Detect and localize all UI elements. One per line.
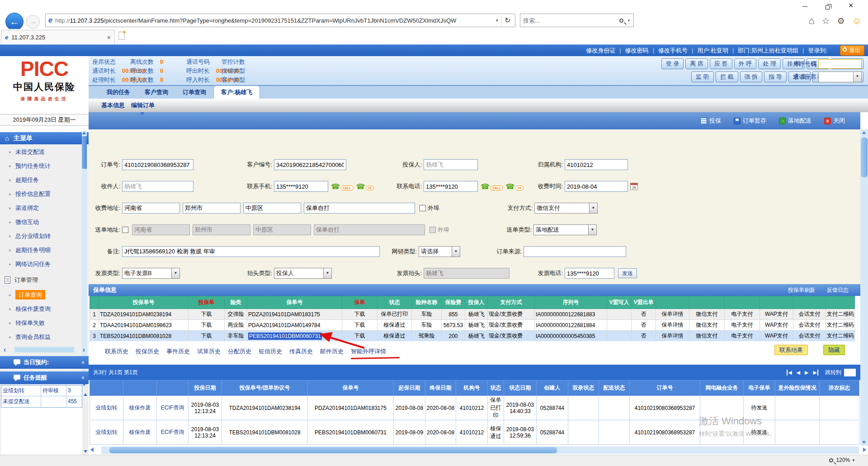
history-tab[interactable]: 短信历史 xyxy=(259,347,282,356)
refresh-application-link[interactable]: 投保单刷新 xyxy=(788,286,815,294)
pay-method-select[interactable]: 微信支付▼ xyxy=(534,203,598,214)
tab-basic-info[interactable]: 基本信息 xyxy=(101,101,125,109)
title-type-select[interactable]: 投保人▼ xyxy=(274,268,332,279)
wechat-pay-link[interactable]: 微信支付 xyxy=(689,320,725,331)
cti-button[interactable]: 外 呼 xyxy=(734,58,757,69)
scrollbar-thumb[interactable] xyxy=(82,136,87,169)
sidebar-menu-item[interactable]: 报价信息配置 xyxy=(0,187,89,201)
cti-button[interactable]: 指 导 xyxy=(764,71,787,82)
ecif-query-link[interactable]: ECIF查询 xyxy=(157,420,189,445)
call-plus-phone-icon[interactable]: ☎ xyxy=(356,183,365,190)
policy-no-cell[interactable]: PEBS20194101DBM0060731 xyxy=(247,331,342,342)
sidebar-horizontal-scrollbar[interactable]: ‹ › xyxy=(0,346,89,354)
save-draft-button[interactable]: 订单暂存 xyxy=(734,117,766,125)
charge-time-input[interactable] xyxy=(565,181,628,192)
charge-city-input[interactable] xyxy=(183,203,241,214)
feedback-log-link[interactable]: 反馈日志 xyxy=(827,286,849,294)
sidebar-menu-item[interactable]: 微信互动 xyxy=(0,215,89,229)
tab-close-icon[interactable]: × xyxy=(107,34,111,41)
wechat-pay-link[interactable]: 微信支付 xyxy=(689,331,725,342)
tab-edit-order[interactable]: 编辑订单 xyxy=(131,101,155,109)
prev-page-icon[interactable]: ◀ xyxy=(797,370,800,376)
call-phone-icon[interactable]: ☎ xyxy=(331,183,340,190)
scroll-up-icon[interactable] xyxy=(82,132,86,134)
plus-badge[interactable]: +0 xyxy=(515,185,524,190)
wap-pay-link[interactable]: WAP支付 xyxy=(760,320,793,331)
cti-button[interactable]: 登 录 xyxy=(661,58,684,69)
wap-pay-link[interactable]: WAP支付 xyxy=(760,331,793,342)
url-dropdown-caret-icon[interactable]: ▼ xyxy=(495,19,499,23)
remark-input[interactable] xyxy=(122,246,380,257)
search-box[interactable]: ▼ xyxy=(520,14,634,27)
e-pay-link[interactable]: 电子支付 xyxy=(725,320,760,331)
contact-result-button[interactable]: 联系结果 xyxy=(774,345,808,355)
policy-detail-link[interactable]: 保单详情 xyxy=(656,309,689,320)
history-tab[interactable]: 试算历史 xyxy=(197,347,221,356)
sidebar-menu-item[interactable]: 网络访问任务 xyxy=(0,257,89,271)
browser-tab[interactable]: e 11.207.3.225 × xyxy=(1,30,115,44)
main-menu-header[interactable]: ⌂主菜单 xyxy=(0,132,89,144)
workspace-tab[interactable]: 客户:杨雄飞 xyxy=(213,86,260,99)
task-row[interactable]: 业绩划转 待审核 3 xyxy=(1,385,82,396)
history-tab[interactable]: 传真历史 xyxy=(289,347,313,356)
scrollbar-thumb[interactable] xyxy=(109,447,557,453)
perf-transfer-link[interactable]: 业绩划转 xyxy=(90,420,123,445)
ecif-query-link[interactable]: ECIF查询 xyxy=(157,396,189,420)
task-panel-scrollbar[interactable] xyxy=(83,393,89,453)
task-row[interactable]: 未提交配送 455 xyxy=(1,396,82,407)
deliver-out-of-town-checkbox[interactable] xyxy=(429,227,436,233)
recipient-input[interactable] xyxy=(122,181,193,192)
wap-pay-link[interactable]: WAP支付 xyxy=(760,309,793,320)
scroll-right-icon[interactable]: › xyxy=(83,346,85,354)
applicant-input[interactable] xyxy=(424,159,478,170)
wechat-pay-link[interactable]: 微信支付 xyxy=(689,309,725,320)
download-policy-link[interactable]: 下载 xyxy=(342,320,377,331)
order-source-input[interactable] xyxy=(524,246,626,257)
first-page-icon[interactable]: ◀ xyxy=(787,370,792,376)
order-no-input[interactable] xyxy=(122,159,193,170)
net-type-select[interactable]: 请选择▼ xyxy=(419,246,460,257)
pay-qrcode-link[interactable]: 支付二维码 xyxy=(826,331,855,342)
last-page-icon[interactable]: ▶ xyxy=(813,370,818,376)
download-policy-link[interactable]: 下载 xyxy=(342,309,377,320)
policy-no-cell[interactable]: PDAA20194101DAM0149784 xyxy=(247,320,342,331)
history-tab[interactable]: 事件历史 xyxy=(166,347,190,356)
scroll-right-icon[interactable] xyxy=(863,447,866,453)
send-invoice-button[interactable]: 发送 xyxy=(618,268,637,278)
scroll-left-icon[interactable] xyxy=(90,447,94,453)
scrollbar-track[interactable] xyxy=(14,347,74,352)
sidebar-menu-item[interactable]: 核保作废查询 xyxy=(0,302,89,316)
customer-no-input[interactable] xyxy=(274,159,346,170)
workspace-tab[interactable]: 客户查询 xyxy=(137,86,175,99)
policy-detail-link[interactable]: 保单详情 xyxy=(656,320,689,331)
download-application-link[interactable]: 下载 xyxy=(189,320,225,331)
horizontal-scrollbar[interactable] xyxy=(101,447,859,454)
session-pay-link[interactable]: 会话支付 xyxy=(793,309,826,320)
forward-button[interactable]: → xyxy=(26,15,40,29)
vertical-scrollbar[interactable] xyxy=(860,129,868,446)
sidebar-menu-item[interactable]: 超期任务 xyxy=(0,173,89,187)
deliver-city-input[interactable] xyxy=(193,224,250,235)
sidebar-menu-item[interactable]: 未提交配送 xyxy=(0,145,89,159)
settings-gear-icon[interactable]: ⚙ xyxy=(837,16,845,26)
outcall-number-input[interactable] xyxy=(818,59,862,69)
call-phone-icon[interactable]: ☎ xyxy=(481,183,490,190)
deliver-province-input[interactable] xyxy=(132,224,190,235)
scroll-up-icon[interactable] xyxy=(84,393,87,396)
e-pay-link[interactable]: 电子支付 xyxy=(725,331,760,342)
call-badge[interactable]: CALL xyxy=(490,185,503,190)
task-reminder-panel[interactable]: 任务提醒« xyxy=(0,371,89,384)
history-tab[interactable]: 分配历史 xyxy=(228,347,251,356)
invoice-title-input[interactable] xyxy=(424,268,509,279)
call-seat-select[interactable]: ▼ xyxy=(818,71,862,82)
pay-qrcode-link[interactable]: 支付二维码 xyxy=(826,309,855,320)
download-application-link[interactable]: 下载 xyxy=(189,309,225,320)
address-bar[interactable]: e http://11.207.3.225/picctscenter/MainF… xyxy=(45,14,515,27)
panel-toggle-icon[interactable]: « xyxy=(77,361,89,364)
charge-province-input[interactable] xyxy=(122,203,180,214)
workspace-tab[interactable]: 我的任务 xyxy=(99,86,137,99)
sidebar-menu-item[interactable]: 总分业绩划转 xyxy=(0,229,89,243)
e-pay-link[interactable]: 电子支付 xyxy=(725,309,760,320)
history-tab[interactable]: 联系历史 xyxy=(105,347,128,356)
cti-button[interactable]: 应 答 xyxy=(710,58,732,69)
